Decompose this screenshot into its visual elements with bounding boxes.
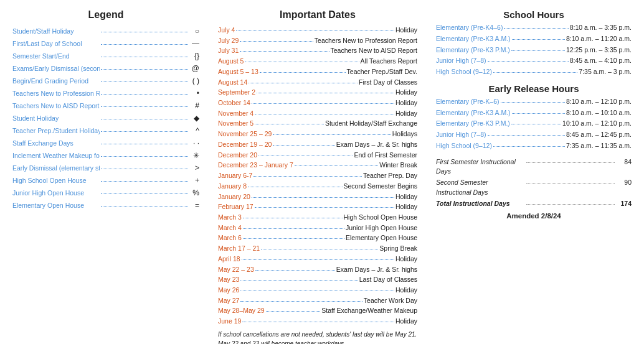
date-dots (242, 315, 394, 322)
hours-label: High School (9–12) (436, 67, 492, 77)
date-item: August 14 First Day of Classes (218, 78, 417, 87)
legend-item: Student Holiday ◆ (12, 113, 199, 124)
date-dots (243, 232, 344, 239)
legend-item: Early Dismissal (elementary students) > (12, 162, 199, 174)
date-dots (295, 159, 378, 166)
date-label: October 14 (218, 98, 250, 108)
early-release-items: Elementary (Pre-K–6) 8:10 a.m. – 12:10 p… (436, 97, 632, 151)
hours-dots (493, 66, 577, 73)
legend-item-symbol: > (189, 162, 199, 174)
legend-dots (101, 150, 188, 157)
hours-dots (504, 22, 568, 29)
legend-dots (101, 38, 188, 45)
important-dates-section: Important Dates July 4 Holiday July 29 T… (212, 6, 424, 344)
hours-dots (488, 55, 569, 62)
date-event: Elementary Open House (346, 233, 417, 243)
date-dots (240, 284, 394, 291)
date-item: July 31 Teachers New to AISD Report (218, 46, 417, 55)
date-event: Last Day of Classes (359, 275, 417, 284)
hours-dots (512, 33, 565, 40)
legend-item-symbol: · · (189, 137, 199, 149)
instructional-item: First Semester Instructional Days 84 (436, 157, 632, 177)
date-dots (242, 253, 394, 260)
date-label: January 6-7 (218, 171, 252, 180)
legend-item-label: First/Last Day of School (12, 39, 100, 49)
date-dots (255, 264, 335, 271)
early-release-item: Elementary (Pre-K–6) 8:10 a.m. – 12:10 p… (436, 97, 632, 107)
date-event: Winter Break (379, 160, 417, 170)
date-event: Holiday (395, 202, 417, 212)
legend-item: Elementary Open House = (12, 200, 199, 211)
date-event: Holiday (395, 286, 417, 295)
legend-item: Begin/End Grading Period ( ) (12, 75, 199, 86)
legend-item-symbol: ✳ (189, 150, 199, 161)
instructional-value: 174 (616, 199, 632, 209)
date-item: November 5 Student Holiday/Staff Exchang… (218, 119, 417, 128)
date-dots (273, 128, 391, 135)
date-event: Staff Exchange/Weather Makeup (321, 306, 417, 315)
date-label: December 20 (218, 151, 257, 160)
legend-item-symbol: • (189, 88, 199, 99)
hours-value: 12:25 p.m. – 3:35 p.m. (566, 45, 632, 55)
date-item: October 14 Holiday (218, 98, 417, 108)
date-label: March 3 (218, 213, 242, 222)
early-release-item: Elementary (Pre-K3 P.M.) 10:10 a.m. – 12… (436, 119, 632, 129)
date-item: March 17 – 21 Spring Break (218, 244, 417, 253)
date-event: Spring Break (379, 244, 417, 253)
date-item: December 23 – January 7 Winter Break (218, 160, 417, 170)
hours-item: Elementary (Pre-K3 P.M.) 12:25 p.m. – 3:… (436, 45, 632, 55)
early-release-item: High School (9–12) 7:35 a.m. – 11:35 a.m… (436, 141, 632, 151)
date-label: May 27 (218, 296, 239, 305)
date-dots (258, 149, 353, 156)
date-item: May 27 Teacher Work Day (218, 296, 417, 305)
hours-value: 8:45 a.m. – 4:10 p.m. (570, 56, 632, 66)
date-dots (243, 212, 343, 218)
hours-label: Junior High (7–8) (436, 56, 486, 66)
important-dates-title: Important Dates (218, 9, 417, 21)
date-item: January 20 Holiday (218, 192, 417, 202)
early-release-value: 8:10 a.m. – 10:10 a.m. (566, 108, 632, 118)
date-label: May 26 (218, 286, 239, 295)
date-item: May 28–May 29 Staff Exchange/Weather Mak… (218, 306, 417, 315)
date-dots (255, 108, 394, 114)
legend-item-label: Begin/End Grading Period (12, 77, 100, 86)
school-hours-group: School Hours Elementary (Pre-K4–6) 8:10 … (436, 9, 632, 77)
date-event: Holidays (392, 129, 417, 139)
instructional-label: Total Instructional Days (436, 199, 525, 209)
date-dots (255, 118, 324, 124)
legend-dots (101, 75, 188, 82)
hours-item: High School (9–12) 7:35 a.m. – 3 p.m. (436, 67, 632, 77)
legend-item-symbol: — (189, 38, 199, 49)
date-label: June 19 (218, 317, 241, 326)
amended-text: Amended 2/8/24 (436, 212, 632, 220)
legend-item-label: Teacher Prep./Student Holiday (12, 126, 100, 136)
legend-item: Inclement Weather Makeup for Staff ✳ (12, 150, 199, 161)
early-release-item: Junior High (7–8) 8:45 a.m. – 12:45 p.m. (436, 130, 632, 140)
early-release-label: Junior High (7–8) (436, 130, 486, 140)
date-label: July 29 (218, 36, 239, 45)
instructional-value: 84 (616, 157, 632, 167)
date-event: Holiday (395, 88, 417, 97)
early-release-value: 7:35 a.m. – 11:35 a.m. (566, 141, 632, 151)
date-dots (252, 97, 394, 104)
legend-item-symbol: % (189, 187, 199, 198)
date-item: November 25 – 29 Holidays (218, 129, 417, 139)
legend-dots (101, 187, 188, 194)
date-dots (273, 139, 334, 146)
instructional-days-items: First Semester Instructional Days 84 Sec… (436, 157, 632, 209)
hours-item: Junior High (7–8) 8:45 a.m. – 4:10 p.m. (436, 56, 632, 66)
date-dots (240, 45, 329, 52)
date-item: September 2 Holiday (218, 88, 417, 97)
date-item: June 19 Holiday (218, 317, 417, 326)
legend-dots (101, 113, 188, 119)
legend-item-label: Junior High Open House (12, 188, 100, 198)
legend-item-symbol: = (189, 200, 199, 211)
early-release-label: Elementary (Pre-K–6) (436, 97, 500, 107)
date-event: All Teachers Report (361, 57, 417, 66)
date-item: August 5 – 13 Teacher Prep./Staff Dev. (218, 67, 417, 77)
instructional-item: Total Instructional Days 174 (436, 199, 632, 209)
date-label: May 22 – 23 (218, 265, 254, 274)
legend-item: Teachers New to Profession Report • (12, 88, 199, 99)
date-dots (253, 170, 362, 177)
date-event: Teachers New to Profession Report (315, 36, 417, 45)
